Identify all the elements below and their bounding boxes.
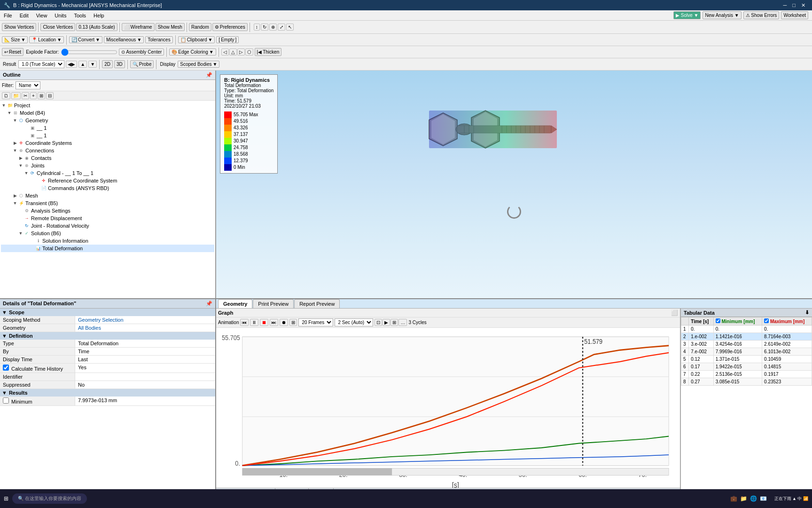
close-vertices-btn[interactable]: Close Vertices	[40, 23, 75, 31]
grid-btn[interactable]: ⊞	[390, 319, 398, 326]
show-mesh-btn[interactable]: Show Mesh	[156, 23, 185, 31]
fit-btn[interactable]: ⤢	[278, 24, 285, 31]
random-btn[interactable]: Random	[189, 23, 211, 31]
clipboard-btn[interactable]: 📋 Clipboard ▼	[178, 36, 215, 43]
speed-select[interactable]: 2 Sec (Auto)	[335, 318, 373, 326]
3d-btn[interactable]: 3D	[114, 60, 125, 68]
menu-file[interactable]: File	[0, 12, 16, 19]
scope-collapse[interactable]: ▼	[2, 310, 7, 315]
tree-remote-disp[interactable]: → Remote Displacement	[1, 214, 214, 222]
zoom-btn[interactable]: ⊕	[269, 24, 277, 31]
tree-solution[interactable]: ▼ ✓ Solution (B6)	[1, 230, 214, 237]
tree-btn-4[interactable]: +	[30, 92, 37, 99]
probe-btn[interactable]: 🔍 Probe	[130, 60, 154, 68]
details-pin[interactable]: 📌	[206, 301, 212, 307]
menu-view[interactable]: View	[32, 12, 51, 19]
menu-edit[interactable]: Edit	[16, 12, 32, 19]
anim-pause-btn[interactable]: ⏸	[250, 319, 258, 326]
def-by-val[interactable]: Time	[75, 348, 215, 355]
anim-prev-btn[interactable]: ⏮	[240, 319, 249, 326]
task-icon-4[interactable]: 📧	[760, 495, 767, 502]
edge-coloring-btn[interactable]: 🎨 Edge Coloring ▼	[169, 48, 216, 56]
tree-geometry[interactable]: ▼ ⬡ Geometry	[1, 117, 214, 124]
result-arrows[interactable]: ◀▶	[66, 61, 77, 68]
size-btn[interactable]: 📐 Size ▼	[2, 36, 28, 43]
view-iso-btn[interactable]: ⬡	[245, 48, 253, 56]
result-down[interactable]: ▼	[88, 61, 97, 68]
def-display-val[interactable]: Last	[75, 356, 215, 363]
def-suppressed-val[interactable]: No	[75, 381, 215, 389]
minimize-btn[interactable]: ─	[781, 2, 790, 8]
empty-btn[interactable]: [ Empty ]	[216, 36, 239, 43]
scoped-bodies-btn[interactable]: Scoped Bodies ▼	[178, 61, 219, 68]
tab-print-preview[interactable]: Print Preview	[253, 299, 294, 308]
export-btn[interactable]: ⊡	[375, 319, 382, 326]
tree-analysis-settings[interactable]: ⚙ Analysis Settings	[1, 207, 214, 214]
menu-help[interactable]: Help	[90, 12, 108, 19]
convert-btn[interactable]: 🔄 Convert ▼	[69, 36, 102, 43]
close-btn[interactable]: ✕	[798, 2, 808, 8]
worksheet-btn[interactable]: Worksheet	[781, 11, 808, 19]
maximize-btn[interactable]: □	[789, 2, 798, 8]
task-icon-3[interactable]: 🌐	[750, 495, 757, 502]
tabular-export[interactable]: ⬇	[805, 310, 809, 316]
location-btn[interactable]: 📍 Location ▼	[29, 36, 64, 43]
graph-maximize[interactable]: ⬜	[671, 310, 678, 316]
tree-btn-1[interactable]: 🗋	[2, 92, 10, 99]
min-col-check[interactable]	[716, 318, 720, 323]
view-front-btn[interactable]: ◁	[221, 48, 229, 56]
result-select[interactable]: 1.0 (True Scale)	[18, 60, 64, 68]
scope-geometry-val[interactable]: All Bodies	[75, 324, 215, 332]
tree-contacts[interactable]: ▶ ◉ Contacts	[1, 154, 214, 162]
thicken-btn[interactable]: |◀ Thicken	[255, 48, 282, 56]
tree-btn-2[interactable]: 📁	[11, 92, 21, 99]
tree-total-deform[interactable]: 📊 Total Deformation	[1, 245, 214, 252]
tree-btn-3[interactable]: ✂	[22, 92, 29, 99]
tree-coord[interactable]: ▶ ✛ Coordinate Systems	[1, 139, 214, 147]
tree-connections[interactable]: ▼ ⊕ Connections	[1, 147, 214, 154]
tree-project[interactable]: ▼ 📁 Project	[1, 102, 214, 109]
calc-checkbox[interactable]	[3, 365, 9, 371]
tree-ref-coord[interactable]: ✛ Reference Coordinate System	[1, 177, 214, 184]
assembly-center-btn[interactable]: ⊙ Assembly Center	[119, 48, 164, 56]
reset-btn[interactable]: ↩ Reset	[2, 48, 23, 56]
view-top-btn[interactable]: △	[229, 48, 237, 56]
result-up[interactable]: ▲	[78, 61, 87, 68]
wireframe-btn[interactable]: ⬜ Wireframe	[122, 23, 155, 31]
scope-method-val[interactable]: Geometry Selection	[75, 316, 215, 324]
col-min[interactable]: Minimum [mm]	[713, 318, 762, 325]
tree-commands[interactable]: 📄 Commands (ANSYS RBD)	[1, 184, 214, 192]
task-icon-1[interactable]: 💼	[730, 495, 737, 502]
tree-joints[interactable]: ▼ ⊗ Joints	[1, 162, 214, 169]
2d-btn[interactable]: 2D	[102, 60, 113, 68]
search-box[interactable]: 🔍 在这里输入你要搜索的内容	[12, 493, 87, 504]
pin-graph-btn[interactable]: …	[398, 319, 407, 326]
filter-select[interactable]: Name	[16, 81, 40, 89]
select-btn[interactable]: ↖	[286, 24, 294, 31]
auto-scale-btn[interactable]: 0.13 (Auto Scale)	[76, 23, 117, 31]
rotate-btn[interactable]: ↻	[261, 24, 268, 31]
tree-joint-vel[interactable]: ↻ Joint - Rotational Velocity	[1, 222, 214, 230]
view-right-btn[interactable]: ▷	[237, 48, 245, 56]
tree-part2[interactable]: ▣ __ 1	[1, 132, 214, 139]
tree-transient[interactable]: ▼ ⚡ Transient (B5)	[1, 199, 214, 207]
tab-report-preview[interactable]: Report Preview	[294, 299, 340, 308]
tree-model[interactable]: ▼ ⊞ Model (B4)	[1, 109, 214, 117]
tolerances-btn[interactable]: Tolerances	[145, 36, 172, 43]
definition-collapse[interactable]: ▼	[2, 333, 7, 339]
play-btn[interactable]: ▶	[383, 319, 390, 326]
menu-tools[interactable]: Tools	[70, 12, 90, 19]
tree-part1[interactable]: ▣ __ 1	[1, 124, 214, 132]
tree-mesh[interactable]: ▶ ⬡ Mesh	[1, 192, 214, 199]
tree-btn-5[interactable]: ⊞	[38, 92, 45, 99]
frames-select[interactable]: 20 Frames	[298, 318, 333, 326]
miscellaneous-btn[interactable]: Miscellaneous ▼	[104, 36, 144, 43]
start-btn[interactable]: ⊞	[4, 495, 8, 502]
pan-btn[interactable]: ↕	[254, 24, 260, 31]
menu-units[interactable]: Units	[51, 12, 70, 19]
outline-pin[interactable]: 📌	[206, 72, 212, 78]
task-icon-2[interactable]: 📁	[740, 495, 747, 502]
anim-record-btn[interactable]: ⏺	[280, 319, 288, 326]
show-errors-btn[interactable]: ⚠ Show Errors	[743, 11, 780, 19]
col-max[interactable]: Maximum [mm]	[762, 318, 812, 325]
